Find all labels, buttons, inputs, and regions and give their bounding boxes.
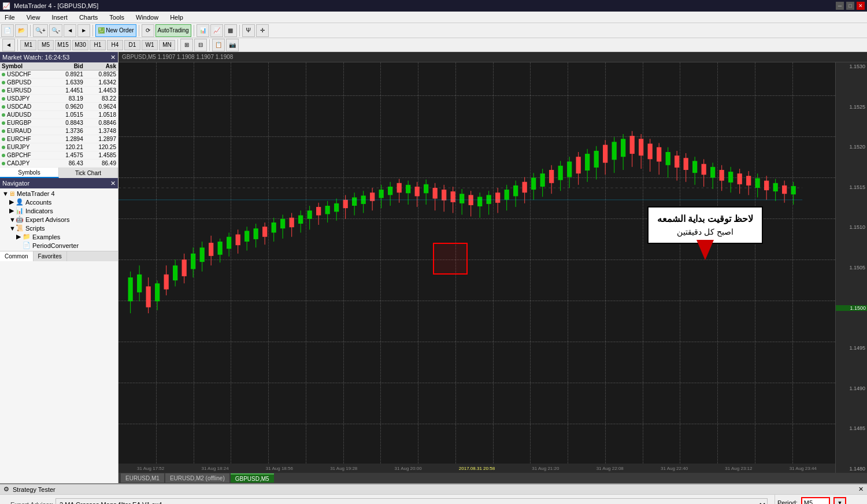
- market-watch-row[interactable]: USDJPY 83.19 83.22: [0, 95, 118, 103]
- autotrading-button[interactable]: AutoTrading: [155, 24, 191, 37]
- status-dot: [2, 97, 5, 101]
- ask-cell: 83.22: [85, 95, 118, 103]
- app-title: 📈 MetaTrader 4 - [GBPUSD,M5]: [2, 2, 98, 10]
- symbol-cell: EURUSD: [0, 87, 52, 95]
- screenshot-button[interactable]: 📷: [226, 39, 239, 51]
- market-watch-close[interactable]: ✕: [110, 54, 116, 61]
- nav-accounts[interactable]: ▶ 👤 Accounts: [0, 198, 118, 206]
- status-dot: [2, 129, 5, 133]
- x-axis: 31 Aug 17:52 31 Aug 18:24 31 Aug 18:56 3…: [118, 464, 835, 473]
- market-watch-row[interactable]: EURCHF 1.2894 1.2897: [0, 135, 118, 143]
- chart-canvas[interactable]: 1.1530 1.1525 1.1520 1.1515 1.1510 1.150…: [118, 62, 867, 473]
- svg-rect-110: [612, 142, 617, 160]
- market-watch-row[interactable]: USDCHF 0.8921 0.8925: [0, 71, 118, 79]
- open-button[interactable]: 📂: [15, 24, 28, 37]
- tab-eurusd-m1[interactable]: EURUSD,M1: [121, 473, 164, 483]
- bid-cell: 1.3736: [52, 127, 85, 135]
- market-watch-row[interactable]: CADJPY 86.43 86.49: [0, 160, 118, 168]
- candle-chart-button[interactable]: ▦: [224, 24, 237, 37]
- market-watch-row[interactable]: GBPUSD 1.6339 1.6342: [0, 79, 118, 87]
- autotrading-icon-btn[interactable]: ⟳: [142, 24, 154, 37]
- market-watch-row[interactable]: USDCAD 0.9620 0.9624: [0, 103, 118, 111]
- period-h4[interactable]: H4: [107, 40, 123, 50]
- tab-favorites[interactable]: Favorites: [34, 251, 67, 261]
- indicator-list-button[interactable]: 📋: [212, 39, 225, 51]
- y-label: 1.1515: [836, 184, 867, 190]
- indicators-button[interactable]: Ψ: [242, 24, 255, 37]
- period-m5[interactable]: M5: [38, 40, 54, 50]
- tab-eurusd-m2[interactable]: EURUSD,M2 (offline): [165, 473, 229, 483]
- period-m1[interactable]: M1: [20, 40, 36, 50]
- nav-scripts[interactable]: ▼ 📜 Scripts: [0, 224, 118, 232]
- y-label: 1.1505: [836, 265, 867, 270]
- svg-rect-50: [343, 200, 348, 208]
- tab-tick-chart[interactable]: Tick Chart: [59, 168, 118, 178]
- svg-rect-114: [630, 136, 635, 154]
- close-button[interactable]: ✕: [857, 2, 865, 10]
- market-watch-row[interactable]: EURGBP 0.8843 0.8846: [0, 119, 118, 127]
- ea-select[interactable]: 2 MA Crosses Mega filter EA V1.ex4: [55, 498, 768, 504]
- period-mn[interactable]: MN: [159, 40, 175, 50]
- crosshair-button[interactable]: ✛: [256, 24, 269, 37]
- menu-charts[interactable]: Charts: [77, 13, 100, 21]
- tab-gbpusd-m5[interactable]: GBPUSD,M5: [231, 473, 274, 483]
- menu-view[interactable]: View: [24, 13, 43, 21]
- period-dropdown[interactable]: ▼: [833, 497, 846, 504]
- menu-tools[interactable]: Tools: [107, 13, 127, 21]
- zoom-in-button[interactable]: 🔍+: [33, 24, 48, 37]
- expand-icon: ▶: [9, 198, 14, 206]
- bar-chart-button[interactable]: 📊: [197, 24, 209, 37]
- forward-button[interactable]: ►: [77, 24, 90, 37]
- nav-expert-advisors[interactable]: ▼ 🤖 Expert Advisors: [0, 215, 118, 224]
- bid-cell: 1.0515: [52, 111, 85, 119]
- market-watch-row[interactable]: EURUSD 1.4451 1.4453: [0, 87, 118, 95]
- svg-rect-8: [155, 283, 160, 301]
- svg-rect-98: [558, 166, 563, 180]
- period-m15[interactable]: M15: [55, 40, 71, 50]
- new-order-button[interactable]: 💹 New Order: [95, 24, 136, 37]
- collapse-button[interactable]: ⊟: [194, 39, 207, 51]
- nav-metatrader4[interactable]: ▼ 🖥 MetaTrader 4: [0, 190, 118, 198]
- nav-indicators[interactable]: ▶ 📊 Indicators: [0, 206, 118, 215]
- expand-button[interactable]: ⊞: [180, 39, 193, 51]
- strategy-close[interactable]: ✕: [858, 486, 864, 493]
- window-controls[interactable]: ─ □ ✕: [836, 2, 865, 10]
- tab-symbols[interactable]: Symbols: [0, 168, 59, 178]
- market-watch-row[interactable]: EURAUD 1.3736 1.3748: [0, 127, 118, 135]
- main-toolbar: 📄 📂 🔍+ 🔍- ◄ ► 💹 New Order ⟳ AutoTrading …: [0, 23, 867, 38]
- market-watch-header: Market Watch: 16:24:53 ✕: [0, 52, 118, 62]
- period-w1[interactable]: W1: [142, 40, 158, 50]
- zoom-out-button[interactable]: 🔍-: [49, 24, 62, 37]
- x-label: 31 Aug 22:40: [661, 466, 688, 471]
- bid-cell: 1.4575: [52, 151, 85, 160]
- minimize-button[interactable]: ─: [836, 2, 844, 10]
- tab-common[interactable]: Common: [0, 251, 34, 261]
- new-chart-button[interactable]: 📄: [1, 24, 14, 37]
- period-spread-row: Period: ▼: [777, 497, 865, 504]
- period-input[interactable]: [801, 497, 830, 504]
- market-watch-row[interactable]: EURJPY 120.21 120.25: [0, 143, 118, 151]
- market-watch-row[interactable]: GBPCHF 1.4575 1.4585: [0, 151, 118, 160]
- period-h1[interactable]: H1: [90, 40, 106, 50]
- market-watch-body: USDCHF 0.8921 0.8925 GBPUSD 1.6339 1.634…: [0, 71, 118, 168]
- menu-insert[interactable]: Insert: [49, 13, 70, 21]
- svg-rect-80: [477, 197, 482, 207]
- market-watch-row[interactable]: AUDUSD 1.0515 1.0518: [0, 111, 118, 119]
- menu-file[interactable]: File: [2, 13, 17, 21]
- nav-examples[interactable]: ▶ 📁 Examples: [0, 232, 118, 241]
- menu-help[interactable]: Help: [168, 13, 186, 21]
- ask-cell: 0.8925: [85, 71, 118, 79]
- toolbar2-back[interactable]: ◄: [2, 39, 15, 51]
- maximize-button[interactable]: □: [846, 2, 854, 10]
- symbol-cell: EURGBP: [0, 119, 52, 127]
- period-d1[interactable]: D1: [124, 40, 140, 50]
- nav-period-converter[interactable]: 📄 PeriodConverter: [0, 241, 118, 250]
- period-m30[interactable]: M30: [72, 40, 88, 50]
- navigator-close[interactable]: ✕: [110, 180, 116, 187]
- scroll-button[interactable]: ◄: [64, 24, 76, 37]
- line-chart-button[interactable]: 📈: [210, 24, 223, 37]
- menu-window[interactable]: Window: [134, 13, 161, 21]
- svg-rect-58: [379, 190, 384, 198]
- callout-arrow: [691, 240, 720, 260]
- svg-rect-48: [334, 203, 339, 212]
